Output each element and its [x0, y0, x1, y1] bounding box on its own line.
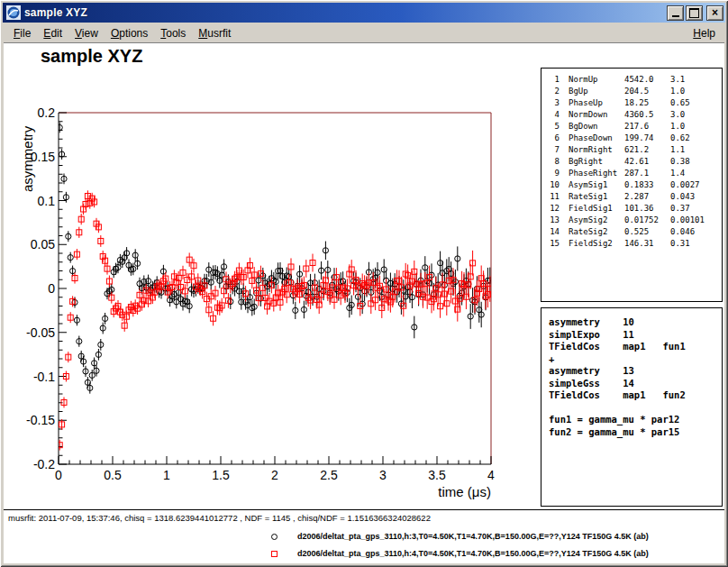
y-tick-label: 0.2 — [38, 105, 56, 120]
theory-line: asymmetry 10 — [549, 316, 722, 329]
close-icon: × — [712, 7, 718, 18]
param-number: 9 — [547, 168, 560, 179]
param-value: 146.31 — [624, 238, 670, 250]
menu-item-tools[interactable]: Tools — [154, 25, 192, 41]
maximize-icon — [689, 8, 699, 18]
param-name: FieldSig2 — [569, 238, 624, 250]
param-value: 287.1 — [624, 168, 670, 179]
param-name: BgDown — [569, 121, 624, 133]
param-number: 5 — [547, 121, 560, 133]
menu-item-help[interactable]: Help — [687, 25, 721, 41]
maximize-button[interactable] — [686, 5, 703, 21]
x-tick-label: 1.5 — [212, 468, 230, 482]
param-value: 2.287 — [624, 191, 670, 203]
y-tick-label: -0.2 — [33, 457, 55, 471]
app-icon — [6, 5, 21, 20]
param-name: AsymSig1 — [569, 179, 624, 191]
fit-info: musrfit: 2011-07-09, 15:37:46, chisq = 1… — [8, 513, 431, 523]
application-window: sample XYZ × FileEditViewOptionsToolsMus… — [0, 0, 728, 567]
x-tick-label: 3.5 — [428, 468, 446, 482]
parameter-row: 5BgDown217.61.0 — [547, 121, 722, 133]
x-tick-label: 3 — [379, 468, 387, 482]
param-error: 1.0 — [670, 86, 722, 97]
param-error: 0.38 — [670, 156, 722, 168]
series-h3 — [57, 123, 493, 394]
parameter-box: 1NormUp4542.03.12BgUp204.51.03PhaseUp18.… — [541, 68, 723, 302]
param-name: RateSig1 — [569, 191, 624, 203]
window-title: sample XYZ — [24, 6, 665, 19]
parameter-row: 8BgRight42.610.38 — [547, 156, 722, 168]
param-name: BgUp — [569, 86, 624, 97]
x-tick-label: 0 — [55, 468, 62, 482]
theory-box: asymmetry 10simplExpo 11TFieldCos map1 f… — [541, 307, 723, 507]
param-value: 101.36 — [624, 203, 670, 215]
data-points — [57, 123, 493, 451]
menu-item-view[interactable]: View — [68, 25, 105, 41]
parameter-row: 9PhaseRight287.11.4 — [547, 168, 722, 179]
y-tick-label: 0 — [48, 281, 55, 296]
close-button[interactable]: × — [706, 5, 723, 21]
parameter-row: 1NormUp4542.03.1 — [547, 74, 722, 86]
theory-line: simplExpo 11 — [549, 329, 722, 342]
parameter-row: 4NormDown4360.53.0 — [547, 109, 722, 121]
param-error: 0.37 — [670, 203, 722, 215]
parameter-row: 6PhaseDown199.740.62 — [547, 133, 722, 144]
param-value: 18.25 — [624, 97, 670, 109]
param-error: 0.31 — [670, 238, 722, 250]
param-number: 1 — [547, 74, 560, 86]
y-tick-label: -0.05 — [26, 325, 55, 340]
theory-line: TFieldCos map1 fun1 — [549, 341, 722, 353]
param-value: 0.01752 — [624, 215, 670, 226]
menu-item-options[interactable]: Options — [105, 25, 154, 41]
parameter-row: 10AsymSig10.18330.0027 — [547, 179, 722, 191]
theory-line: asymmetry 13 — [549, 365, 722, 378]
menu-item-musrfit[interactable]: Musrfit — [192, 25, 237, 41]
y-axis-title: asymmetry — [20, 125, 35, 192]
param-value: 199.74 — [624, 133, 670, 144]
parameter-row: 3PhaseUp18.250.65 — [547, 97, 722, 109]
param-error: 0.0027 — [670, 179, 722, 191]
param-number: 11 — [547, 191, 560, 203]
footer-divider — [4, 509, 724, 510]
param-number: 7 — [547, 144, 560, 156]
x-tick-label: 1 — [163, 468, 170, 482]
parameter-row: 7NormRight621.21.1 — [547, 144, 722, 156]
param-value: 42.61 — [624, 156, 670, 168]
menu-bar: FileEditViewOptionsToolsMusrfit Help — [4, 24, 724, 43]
y-tick-label: 0.1 — [38, 194, 56, 208]
x-axis: 00.511.522.533.54 — [55, 456, 495, 482]
param-error: 0.043 — [670, 191, 722, 203]
param-value: 0.525 — [624, 226, 670, 238]
legend-square-marker-icon — [271, 551, 278, 557]
param-error: 0.046 — [670, 226, 722, 238]
param-name: NormDown — [569, 109, 624, 121]
plot-frame — [59, 113, 491, 464]
param-number: 14 — [547, 226, 560, 238]
param-number: 8 — [547, 156, 560, 168]
param-value: 4360.5 — [624, 109, 670, 121]
title-bar[interactable]: sample XYZ × — [3, 3, 725, 23]
param-error: 1.4 — [670, 168, 722, 179]
param-value: 204.5 — [624, 86, 670, 97]
param-value: 621.2 — [624, 144, 670, 156]
legend-circle-marker-icon — [271, 534, 278, 540]
x-axis-title: time (μs) — [438, 484, 491, 499]
theory-line: fun2 = gamma_mu * par15 — [549, 426, 722, 439]
param-error: 0.62 — [670, 133, 722, 144]
parameter-row: 2BgUp204.51.0 — [547, 86, 722, 97]
series-h4 — [57, 190, 493, 450]
parameter-row: 11RateSig12.2870.043 — [547, 191, 722, 203]
menu-item-edit[interactable]: Edit — [37, 25, 68, 41]
minimize-button[interactable] — [667, 5, 684, 21]
legend-row: d2006/deltat_pta_gps_3110,h:4,T0=4.50K,T… — [271, 548, 649, 559]
plot-canvas[interactable]: 00.511.522.533.540.20.150.10.050-0.05-0.… — [4, 43, 522, 503]
param-name: AsymSig2 — [569, 215, 624, 226]
param-name: PhaseUp — [569, 97, 624, 109]
legend-row: d2006/deltat_pta_gps_3110,h:3,T0=4.50K,T… — [271, 531, 649, 542]
theory-line: + — [549, 353, 722, 366]
param-name: RateSig2 — [569, 226, 624, 238]
legend-label: d2006/deltat_pta_gps_3110,h:4,T0=4.50K,T… — [297, 549, 649, 558]
param-number: 12 — [547, 203, 560, 215]
menu-item-file[interactable]: File — [7, 25, 37, 41]
param-name: PhaseRight — [569, 168, 624, 179]
